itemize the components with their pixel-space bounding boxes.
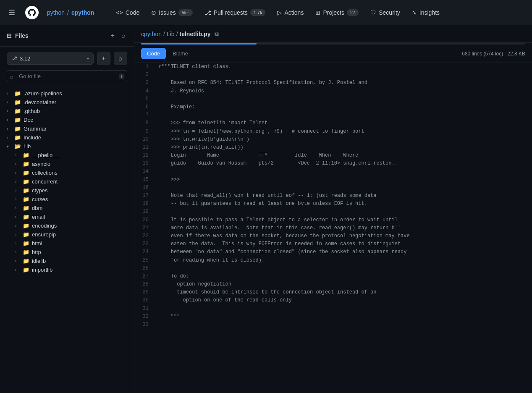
- tab-code[interactable]: <> Code: [111, 7, 144, 18]
- breadcrumb-root[interactable]: cpython: [141, 31, 162, 37]
- breadcrumb-filename: telnetlib.py: [180, 31, 211, 37]
- line-number[interactable]: 22: [134, 232, 155, 240]
- line-code: Based on RFC 854: TELNET Protocol Specif…: [155, 79, 532, 87]
- add-file-button[interactable]: +: [109, 30, 116, 41]
- breadcrumb-user[interactable]: python: [47, 9, 65, 16]
- tab-issues[interactable]: ⊙ Issues 5k+: [146, 7, 198, 18]
- sidebar-title-label: Files: [15, 32, 29, 39]
- tree-item-ctypes[interactable]: ›📁ctypes: [0, 186, 134, 195]
- line-number[interactable]: 8: [134, 119, 155, 127]
- line-number[interactable]: 28: [134, 280, 155, 288]
- tree-item-html[interactable]: ›📁html: [0, 239, 134, 248]
- tree-item-azure-pipelines[interactable]: ›📁.azure-pipelines: [0, 89, 134, 98]
- line-number[interactable]: 21: [134, 224, 155, 232]
- tree-item-grammar[interactable]: ›📁Grammar: [0, 124, 134, 133]
- line-number[interactable]: 29: [134, 288, 155, 296]
- table-row: 24 between "no data" and "connection clo…: [134, 248, 532, 256]
- line-number[interactable]: 7: [134, 111, 155, 119]
- line-number[interactable]: 1: [134, 63, 155, 71]
- tab-insights-label: Insights: [419, 9, 440, 16]
- line-number[interactable]: 2: [134, 71, 155, 79]
- tree-item-curses[interactable]: ›📁curses: [0, 195, 134, 204]
- line-number[interactable]: 27: [134, 272, 155, 280]
- line-number[interactable]: 16: [134, 184, 155, 192]
- nav-tabs: <> Code ⊙ Issues 5k+ ⎇ Pull requests 1.7…: [111, 7, 445, 18]
- breadcrumb-repo[interactable]: cpython: [71, 9, 94, 16]
- line-number[interactable]: 18: [134, 200, 155, 208]
- folder-icon: 📁: [14, 99, 21, 105]
- folder-icon: 📁: [23, 196, 29, 202]
- tree-item-phello[interactable]: ›📁__phello__: [0, 151, 134, 160]
- folder-icon: 📁: [23, 152, 29, 158]
- github-logo[interactable]: [25, 6, 39, 19]
- line-number[interactable]: 30: [134, 296, 155, 304]
- line-number[interactable]: 10: [134, 136, 155, 144]
- tab-pulls[interactable]: ⎇ Pull requests 1.7k: [199, 7, 271, 18]
- tree-item-concurrent[interactable]: ›📁concurrent: [0, 177, 134, 186]
- line-number[interactable]: 15: [134, 176, 155, 184]
- line-number[interactable]: 3: [134, 79, 155, 87]
- sidebar-header-icons: + ⌕: [109, 30, 127, 41]
- add-button[interactable]: +: [97, 52, 110, 65]
- tree-item-doc[interactable]: ›📁Doc: [0, 115, 134, 124]
- tree-item-name: concurrent: [32, 178, 58, 185]
- tab-projects[interactable]: ⊞ Projects 27: [310, 7, 364, 18]
- search-files-button[interactable]: ⌕: [120, 30, 127, 41]
- tab-blame-view[interactable]: Blame: [167, 48, 194, 59]
- tree-item-devcontainer[interactable]: ›📁.devcontainer: [0, 98, 134, 107]
- line-number[interactable]: 4: [134, 87, 155, 95]
- tab-security[interactable]: 🛡 Security: [365, 7, 405, 18]
- folder-icon: 📁: [14, 108, 21, 114]
- line-number[interactable]: 13: [134, 160, 155, 168]
- tree-item-ensurepip[interactable]: ›📁ensurepip: [0, 230, 134, 239]
- line-number[interactable]: 12: [134, 152, 155, 160]
- branch-selector[interactable]: ⎇ 3.12 ▾: [7, 52, 94, 65]
- tree-item-dbm[interactable]: ›📁dbm: [0, 204, 134, 212]
- table-row: 2: [134, 71, 532, 79]
- tab-code-view[interactable]: Code: [141, 48, 166, 59]
- tab-insights[interactable]: ∿ Insights: [407, 7, 445, 18]
- tree-item-http[interactable]: ›📁http: [0, 248, 134, 257]
- line-number[interactable]: 31: [134, 305, 155, 313]
- tree-item-github[interactable]: ›📁.github: [0, 107, 134, 115]
- tree-item-encodings[interactable]: ›📁encodings: [0, 221, 134, 230]
- line-number[interactable]: 14: [134, 168, 155, 176]
- table-row: 8 >>> from telnetlib import Telnet: [134, 119, 532, 127]
- line-number[interactable]: 23: [134, 240, 155, 248]
- tree-item-asyncio[interactable]: ›📁asyncio: [0, 160, 134, 168]
- tree-item-importlib[interactable]: ›📁importlib: [0, 265, 134, 274]
- breadcrumb-dir[interactable]: Lib: [167, 31, 175, 37]
- line-number[interactable]: 17: [134, 192, 155, 200]
- search-button[interactable]: ⌕: [114, 52, 127, 65]
- hamburger-button[interactable]: ☰: [7, 6, 17, 19]
- line-number[interactable]: 25: [134, 257, 155, 265]
- chevron-down-icon: ▾: [87, 56, 89, 61]
- line-number[interactable]: 24: [134, 248, 155, 256]
- line-number[interactable]: 6: [134, 103, 155, 111]
- chevron-right-icon: ›: [7, 118, 12, 122]
- line-code: >>> from telnetlib import Telnet: [155, 119, 532, 127]
- search-input[interactable]: [7, 70, 127, 82]
- tree-item-idlelib[interactable]: ›📁idlelib: [0, 257, 134, 265]
- tree-item-lib[interactable]: ▾📂Lib: [0, 142, 134, 151]
- line-number[interactable]: 33: [134, 321, 155, 329]
- tree-item-include[interactable]: ›📁Include: [0, 133, 134, 142]
- code-viewer[interactable]: 1r"""TELNET client class.23 Based on RFC…: [134, 63, 532, 393]
- line-number[interactable]: 19: [134, 208, 155, 216]
- line-number[interactable]: 5: [134, 95, 155, 103]
- line-number[interactable]: 11: [134, 144, 155, 152]
- line-number[interactable]: 26: [134, 265, 155, 272]
- line-code: for reading when it is closed).: [155, 257, 532, 265]
- tab-actions[interactable]: ▷ Actions: [272, 7, 309, 18]
- tree-item-email[interactable]: ›📁email: [0, 212, 134, 221]
- main-layout: ⊟ Files + ⌕ ⎇ 3.12 ▾ + ⌕ ⌕ t: [0, 25, 532, 393]
- folder-icon: 📁: [23, 267, 29, 273]
- table-row: 6 Example:: [134, 103, 532, 111]
- code-icon: <>: [116, 9, 123, 16]
- copy-path-button[interactable]: ⧉: [215, 30, 219, 37]
- line-number[interactable]: 20: [134, 216, 155, 224]
- chevron-right-icon: ›: [15, 188, 20, 193]
- line-number[interactable]: 9: [134, 128, 155, 136]
- line-number[interactable]: 32: [134, 313, 155, 321]
- tree-item-collections[interactable]: ›📁collections: [0, 168, 134, 177]
